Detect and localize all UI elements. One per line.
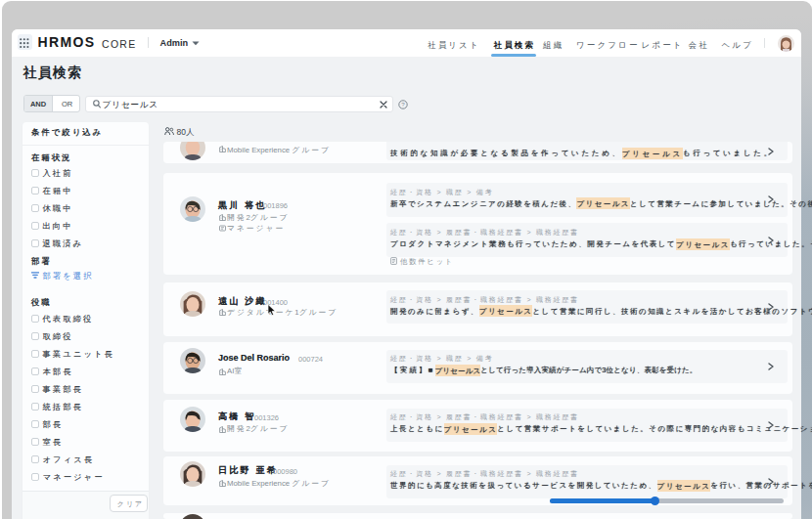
svg-text:?: ? bbox=[401, 101, 405, 108]
